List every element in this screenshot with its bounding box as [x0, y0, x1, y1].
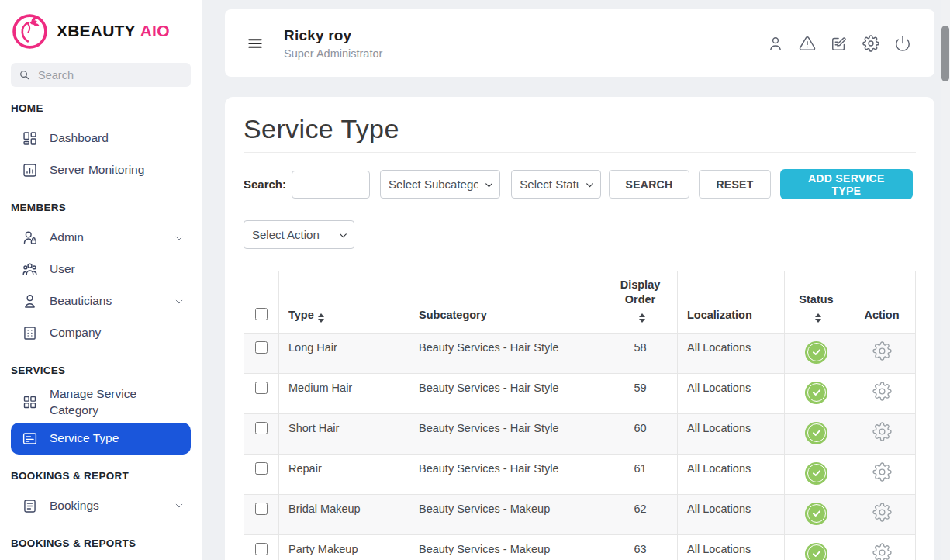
- column-label: Action: [864, 308, 899, 323]
- column-label: Subcategory: [419, 308, 467, 323]
- table-row-long-hair: Long HairBeauty Services - Hair Style58A…: [244, 333, 916, 373]
- chevron-down-icon: [174, 233, 185, 244]
- row-checkbox[interactable]: [255, 543, 268, 555]
- column-header-display-order[interactable]: Display Order: [603, 271, 678, 334]
- row-settings-button[interactable]: [872, 462, 892, 482]
- cell-subcategory: Beauty Services - Hair Style: [409, 413, 603, 454]
- sort-icon[interactable]: [639, 313, 645, 323]
- profile-icon: [767, 35, 786, 52]
- select-all-checkbox[interactable]: [255, 308, 268, 320]
- row-checkbox[interactable]: [255, 382, 268, 394]
- sidebar: XBEAUTYAIO HOMEDashboardServer Monitorin…: [0, 0, 202, 560]
- cell-subcategory: Beauty Services - Makeup: [409, 494, 603, 534]
- cell-type: Repair: [279, 454, 409, 494]
- search-button[interactable]: SEARCH: [609, 170, 690, 199]
- user-block[interactable]: Ricky roy Super Administrator: [284, 27, 382, 60]
- status-active-icon[interactable]: [805, 382, 827, 404]
- logout-button[interactable]: [894, 34, 913, 53]
- cell-type: Medium Hair: [279, 373, 409, 413]
- sort-icon[interactable]: [318, 313, 324, 323]
- settings-gear-icon: [872, 462, 892, 482]
- row-checkbox[interactable]: [255, 503, 268, 515]
- service-type-icon: [22, 430, 38, 447]
- settings-gear-icon: [872, 422, 892, 441]
- menu-toggle-button[interactable]: [247, 35, 264, 52]
- status-active-icon[interactable]: [805, 341, 827, 364]
- cell-display-order: 61: [603, 454, 678, 494]
- row-checkbox[interactable]: [255, 422, 268, 434]
- sidebar-item-user[interactable]: User: [11, 254, 191, 285]
- scrollbar-thumb[interactable]: [941, 26, 949, 81]
- column-header-type[interactable]: Type: [279, 271, 409, 334]
- title-divider: [244, 152, 916, 153]
- row-settings-button[interactable]: [872, 382, 892, 401]
- brand[interactable]: XBEAUTYAIO: [0, 0, 202, 50]
- sidebar-item-server-monitoring[interactable]: Server Monitoring: [11, 154, 191, 186]
- row-checkbox[interactable]: [255, 341, 268, 354]
- column-header-status[interactable]: Status: [785, 271, 848, 334]
- sidebar-item-service-type[interactable]: Service Type: [11, 423, 191, 455]
- filter-search-input[interactable]: [292, 171, 370, 199]
- hamburger-icon: [247, 35, 264, 52]
- settings-gear-icon: [872, 503, 892, 522]
- sidebar-search-input[interactable]: [36, 68, 183, 82]
- bookings-icon: [22, 498, 38, 514]
- nav-item-label: Dashboard: [50, 130, 109, 147]
- cell-type: Short Hair: [279, 413, 409, 454]
- page-scrollbar[interactable]: [941, 0, 950, 560]
- row-settings-button[interactable]: [872, 503, 892, 522]
- sidebar-nav: HOMEDashboardServer MonitoringMEMBERSAdm…: [0, 102, 202, 549]
- row-checkbox[interactable]: [255, 462, 268, 475]
- status-active-icon[interactable]: [805, 503, 827, 525]
- nav-section-services: SERVICES: [11, 365, 191, 376]
- row-settings-button[interactable]: [872, 341, 892, 361]
- nav-section-bookings-reports: BOOKINGS & REPORTS: [11, 538, 191, 549]
- nav-item-label: Bookings: [50, 498, 99, 514]
- table-row-repair: RepairBeauty Services - Hair Style61All …: [244, 454, 916, 494]
- cell-subcategory: Beauty Services - Hair Style: [409, 333, 603, 373]
- sidebar-item-bookings[interactable]: Bookings: [11, 490, 191, 522]
- logout-icon: [894, 35, 913, 52]
- cell-type: Bridal Makeup: [279, 494, 409, 534]
- sidebar-item-company[interactable]: Company: [11, 317, 191, 349]
- logs-icon: [831, 35, 849, 52]
- cell-display-order: 62: [603, 494, 678, 534]
- alerts-icon: [799, 35, 817, 52]
- logs-button[interactable]: [831, 34, 849, 53]
- status-select[interactable]: Select Status: [511, 170, 600, 199]
- cell-display-order: 58: [603, 333, 678, 373]
- add-service-type-button[interactable]: ADD SERVICE TYPE: [780, 169, 913, 199]
- cell-type: Party Makeup: [279, 534, 409, 560]
- table-row-party-makeup: Party MakeupBeauty Services - Makeup63Al…: [244, 534, 916, 560]
- settings-button[interactable]: [862, 34, 881, 53]
- bulk-action-select[interactable]: Select Action: [244, 220, 354, 249]
- profile-button[interactable]: [767, 34, 786, 53]
- settings-gear-icon: [872, 382, 892, 401]
- alerts-button[interactable]: [799, 34, 817, 53]
- chevron-down-icon: [174, 500, 185, 511]
- chevron-down-icon: [174, 296, 185, 307]
- monitoring-chart-icon: [22, 162, 38, 178]
- nav-item-label: Admin: [50, 230, 84, 246]
- cell-subcategory: Beauty Services - Hair Style: [409, 373, 603, 413]
- row-settings-button[interactable]: [872, 422, 892, 441]
- reset-button[interactable]: RESET: [699, 170, 770, 199]
- column-label: Status: [799, 292, 833, 307]
- table-row-bridal-makeup: Bridal MakeupBeauty Services - Makeup62A…: [244, 494, 916, 534]
- status-active-icon[interactable]: [805, 462, 827, 485]
- nav-item-label: Beauticians: [50, 293, 112, 309]
- sidebar-item-manage-service-category[interactable]: Manage Service Category: [11, 385, 191, 420]
- page-title: Service Type: [244, 114, 916, 144]
- status-active-icon[interactable]: [805, 543, 827, 560]
- row-settings-button[interactable]: [872, 543, 892, 560]
- sidebar-item-dashboard[interactable]: Dashboard: [11, 123, 191, 154]
- cell-localization: All Locations: [678, 534, 785, 560]
- sidebar-item-beauticians[interactable]: Beauticians: [11, 285, 191, 317]
- sidebar-item-admin[interactable]: Admin: [11, 222, 191, 254]
- brand-logo-icon: [11, 12, 49, 50]
- subcategory-select[interactable]: Select Subcategory: [380, 170, 500, 199]
- sort-icon[interactable]: [815, 313, 821, 323]
- cell-subcategory: Beauty Services - Makeup: [409, 534, 603, 560]
- status-active-icon[interactable]: [805, 422, 827, 444]
- cell-subcategory: Beauty Services - Hair Style: [409, 454, 603, 494]
